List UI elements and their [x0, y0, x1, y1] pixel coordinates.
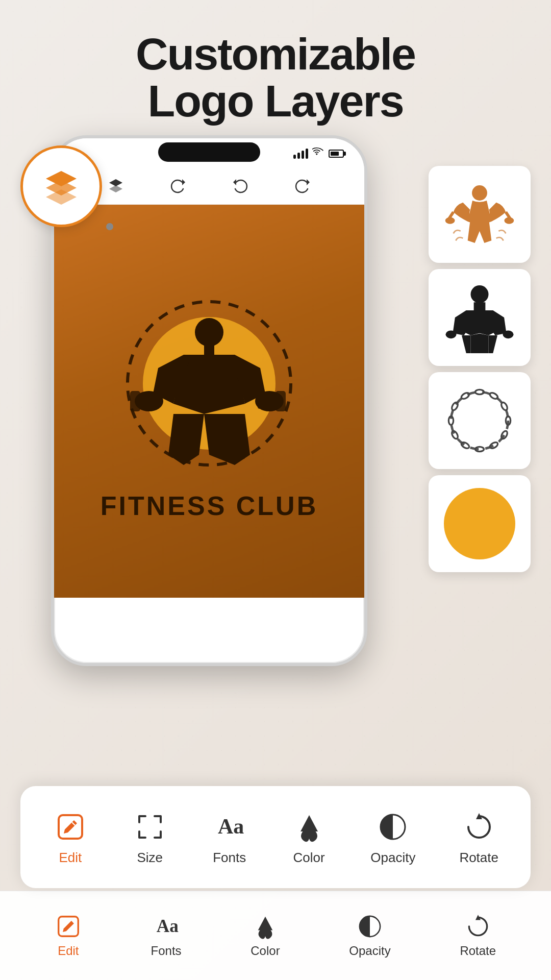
- rotate-icon: [461, 809, 497, 845]
- svg-point-45: [489, 441, 498, 449]
- page-title: Customizable Logo Layers: [105, 31, 446, 125]
- svg-point-27: [505, 217, 514, 224]
- layer-card-4[interactable]: [429, 475, 531, 572]
- layer-circle: [444, 488, 515, 559]
- svg-marker-3: [109, 179, 122, 186]
- layer-card-3[interactable]: [429, 372, 531, 469]
- svg-marker-18: [204, 414, 250, 465]
- svg-point-48: [450, 430, 459, 439]
- signal-bar-1: [293, 155, 296, 159]
- toolbar-fonts-button[interactable]: Aa Fonts: [212, 809, 247, 866]
- svg-rect-21: [258, 394, 273, 409]
- svg-marker-4: [109, 185, 122, 192]
- signal-bar-4: [306, 149, 308, 159]
- svg-point-33: [446, 330, 457, 338]
- layers-badge-icon: [41, 166, 82, 207]
- svg-marker-37: [471, 333, 480, 353]
- svg-marker-5: [182, 179, 185, 185]
- svg-point-34: [503, 330, 514, 338]
- second-rotate-icon: [465, 913, 491, 940]
- second-edit-button[interactable]: Edit: [55, 913, 82, 958]
- tool-redo2-icon[interactable]: [292, 176, 313, 197]
- svg-marker-35: [462, 335, 471, 353]
- phone-notch: [158, 142, 260, 162]
- second-opacity-icon: [357, 913, 383, 940]
- second-fonts-icon: Aa: [153, 913, 180, 940]
- second-edit-label: Edit: [58, 944, 79, 958]
- svg-point-51: [460, 391, 470, 400]
- phone-frame: FITNESS CLUB: [51, 135, 367, 666]
- main-content: Customizable Logo Layers: [0, 0, 551, 980]
- toolbar-opacity-button[interactable]: Opacity: [370, 809, 415, 866]
- second-toolbar: Edit Aa Fonts Color Opacity: [0, 891, 551, 980]
- edit-icon: [53, 809, 88, 845]
- signal-bar-2: [297, 153, 300, 159]
- layer-1-svg: [444, 179, 515, 250]
- second-fonts-label: Fonts: [151, 944, 182, 958]
- tool-layers-icon[interactable]: [106, 176, 126, 197]
- size-label: Size: [137, 850, 163, 866]
- svg-rect-22: [276, 391, 286, 411]
- color-icon: [291, 809, 327, 845]
- tool-redo-icon[interactable]: [168, 176, 188, 197]
- svg-rect-20: [143, 394, 158, 409]
- layers-badge[interactable]: [20, 145, 102, 227]
- layer-card-1[interactable]: [429, 166, 531, 263]
- second-fonts-button[interactable]: Aa Fonts: [151, 913, 182, 958]
- layer-3-svg: [444, 385, 515, 456]
- toolbar-edit-button[interactable]: Edit: [53, 809, 88, 866]
- svg-point-44: [500, 430, 508, 439]
- second-opacity-button[interactable]: Opacity: [349, 913, 390, 958]
- svg-point-28: [471, 285, 489, 303]
- layers-panel: [429, 166, 531, 572]
- tool-undo-icon[interactable]: [230, 176, 251, 197]
- svg-point-39: [451, 392, 508, 449]
- connector-dot: [106, 223, 113, 230]
- toolbar-color-button[interactable]: Color: [291, 809, 327, 866]
- svg-rect-29: [474, 302, 486, 310]
- svg-text:Aa: Aa: [218, 815, 244, 838]
- signal-bars: [293, 149, 308, 159]
- svg-point-41: [489, 391, 498, 400]
- rotate-label: Rotate: [459, 850, 498, 866]
- logo-canvas: FITNESS CLUB: [54, 205, 364, 598]
- layer-card-2[interactable]: [429, 269, 531, 366]
- svg-marker-6: [233, 179, 236, 185]
- svg-point-47: [460, 441, 470, 449]
- second-edit-icon: [55, 913, 82, 940]
- svg-marker-2: [46, 189, 77, 205]
- second-color-icon: [252, 913, 279, 940]
- size-icon: [132, 809, 168, 845]
- opacity-label: Opacity: [370, 850, 415, 866]
- second-opacity-label: Opacity: [349, 944, 390, 958]
- svg-rect-19: [130, 391, 140, 411]
- logo-center: FITNESS CLUB: [101, 281, 318, 521]
- svg-marker-36: [489, 335, 498, 353]
- toolbar-size-button[interactable]: Size: [132, 809, 168, 866]
- opacity-icon: [375, 809, 411, 845]
- svg-marker-17: [168, 414, 204, 465]
- fonts-label: Fonts: [213, 850, 246, 866]
- svg-point-42: [500, 401, 508, 411]
- main-toolbar: Edit Size Aa Fonts: [20, 786, 531, 888]
- phone-status-bar: [54, 138, 364, 169]
- toolbar-rotate-button[interactable]: Rotate: [459, 809, 498, 866]
- wifi-icon: [312, 148, 323, 159]
- second-color-button[interactable]: Color: [251, 913, 280, 958]
- color-label: Color: [293, 850, 324, 866]
- second-rotate-button[interactable]: Rotate: [460, 913, 496, 958]
- svg-point-23: [472, 185, 487, 201]
- second-rotate-label: Rotate: [460, 944, 496, 958]
- status-icons: [293, 148, 344, 159]
- svg-marker-38: [480, 333, 489, 353]
- fonts-icon: Aa: [212, 809, 247, 845]
- logo-text: FITNESS CLUB: [101, 491, 318, 521]
- svg-marker-7: [307, 179, 310, 185]
- second-color-label: Color: [251, 944, 280, 958]
- svg-point-26: [445, 217, 455, 224]
- signal-bar-3: [302, 151, 304, 159]
- layer-2-svg: [444, 282, 515, 353]
- svg-point-10: [195, 318, 223, 347]
- battery-fill: [331, 152, 339, 156]
- svg-point-50: [450, 401, 459, 411]
